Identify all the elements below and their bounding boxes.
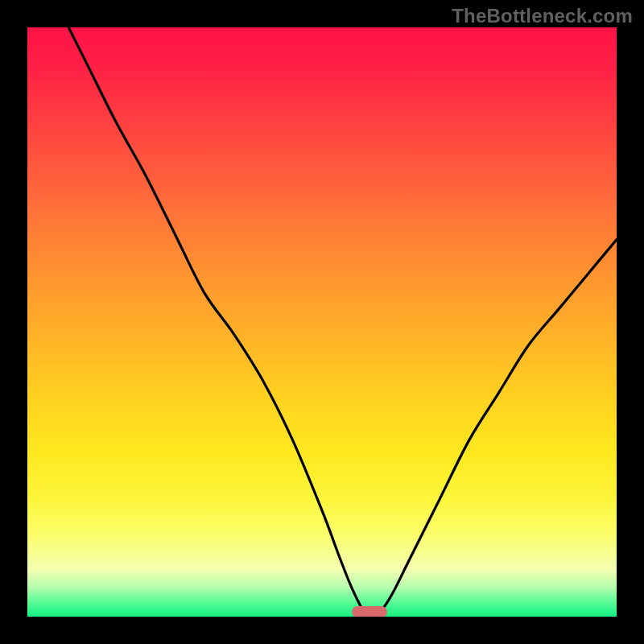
watermark-text: TheBottleneck.com	[452, 5, 633, 27]
bottleneck-curve	[27, 27, 617, 617]
chart-frame: TheBottleneck.com	[0, 0, 644, 644]
optimal-marker	[352, 606, 387, 617]
plot-area	[27, 27, 617, 617]
